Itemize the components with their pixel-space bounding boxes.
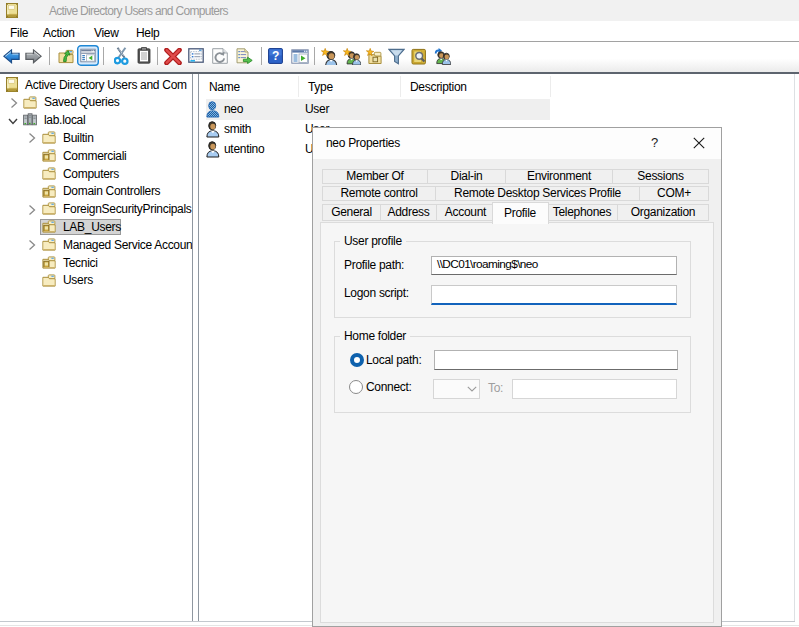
svg-text:?: ? [272,49,279,63]
